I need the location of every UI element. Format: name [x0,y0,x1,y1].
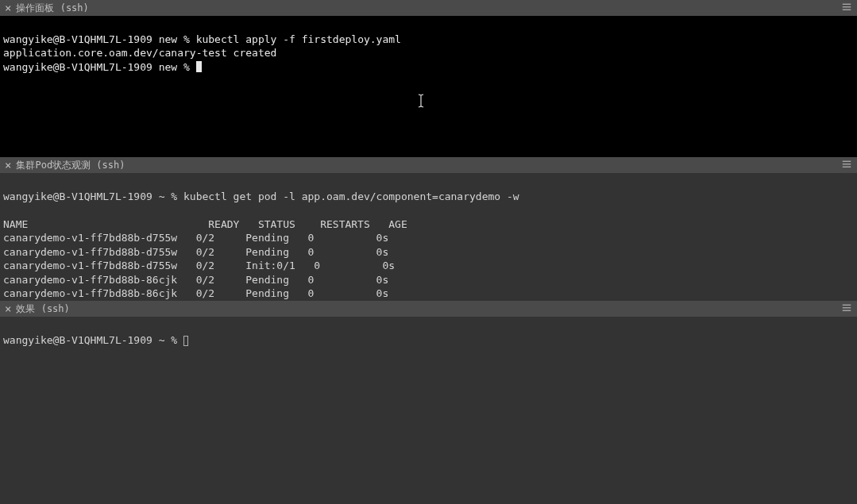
menu-icon[interactable] [841,302,852,316]
prompt-prefix: wangyike@B-V1QHML7L-1909 new % [3,33,196,45]
table-row: canarydemo-v1-ff7bd88b-d755w 0/2 Pending… [3,232,388,244]
table-row: canarydemo-v1-ff7bd88b-d755w 0/2 Pending… [3,246,388,258]
close-icon[interactable]: × [5,2,11,13]
terminal-content-3[interactable]: wangyike@B-V1QHML7L-1909 ~ % [0,317,857,504]
pane-header-3: × 效果 (ssh) [0,301,857,317]
terminal-pane-3: × 效果 (ssh) wangyike@B-V1QHML7L-1909 ~ % [0,301,857,504]
svg-rect-4 [843,164,851,164]
svg-rect-3 [843,160,851,161]
command-text: kubectl get pod -l app.oam.dev/component… [183,190,519,202]
menu-icon[interactable] [841,159,852,172]
prompt-prefix: wangyike@B-V1QHML7L-1909 ~ % [3,190,183,202]
cursor-block [196,61,202,72]
table-header: NAME READY STATUS RESTARTS AGE [3,218,407,230]
terminal-pane-2: × 集群Pod状态观测 (ssh) wangyike@B-V1QHML7L-19… [0,157,857,301]
pane-title-3: 效果 (ssh) [16,302,69,316]
svg-rect-5 [843,166,851,167]
pane-title-1: 操作面板 (ssh) [16,2,88,15]
table-row: canarydemo-v1-ff7bd88b-d755w 0/2 Init:0/… [3,260,395,271]
table-row: canarydemo-v1-ff7bd88b-86cjk 0/2 Pending… [3,287,388,299]
command-text: kubectl apply -f firstdeploy.yaml [196,33,401,45]
svg-rect-7 [843,307,851,308]
svg-rect-1 [843,6,851,7]
close-icon[interactable]: × [5,160,11,171]
svg-rect-0 [843,3,851,4]
svg-rect-6 [843,304,851,305]
table-row: canarydemo-v1-ff7bd88b-86cjk 0/2 Pending… [3,274,388,286]
pane-header-1: × 操作面板 (ssh) [0,0,857,16]
pane-header-2: × 集群Pod状态观测 (ssh) [0,157,857,173]
svg-rect-8 [843,310,851,310]
pane-title-2: 集群Pod状态观测 (ssh) [16,159,125,172]
output-line: application.core.oam.dev/canary-test cre… [3,47,276,59]
svg-rect-2 [843,9,851,10]
prompt-prefix: wangyike@B-V1QHML7L-1909 ~ % [3,334,183,346]
terminal-content-1[interactable]: wangyike@B-V1QHML7L-1909 new % kubectl a… [0,16,857,157]
prompt-prefix: wangyike@B-V1QHML7L-1909 new % [3,61,196,73]
close-icon[interactable]: × [5,303,11,314]
menu-icon[interactable] [841,2,852,15]
terminal-content-2[interactable]: wangyike@B-V1QHML7L-1909 ~ % kubectl get… [0,173,857,301]
cursor-hollow [183,336,188,346]
terminal-pane-1: × 操作面板 (ssh) wangyike@B-V1QHML7L-1909 ne… [0,0,857,157]
